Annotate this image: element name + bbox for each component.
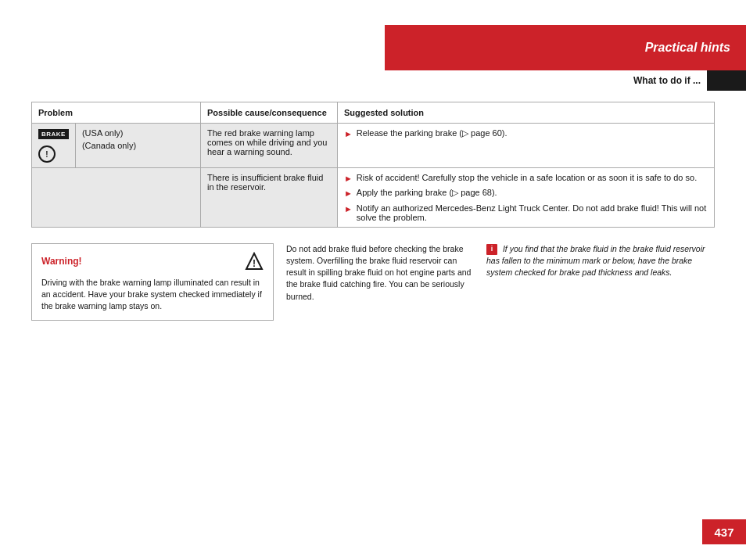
- arrow-icon-2a: ►: [344, 173, 353, 185]
- problem-labels-cell: (USA only) (Canada only): [75, 124, 200, 168]
- cause-cell-2: There is insufficient brake fluid in the…: [200, 168, 337, 228]
- solution-bullet-2c: ► Notify an authorized Mercedes-Benz Lig…: [344, 203, 708, 222]
- warning-text: Driving with the brake warning lamp illu…: [41, 277, 264, 313]
- solution-cell-1: ► Release the parking brake (▷ page 60).: [337, 124, 714, 168]
- col-problem: Problem: [32, 102, 201, 124]
- usa-label: (USA only): [82, 128, 194, 138]
- middle-note: Do not add brake fluid before checking t…: [286, 243, 474, 303]
- canada-label: (Canada only): [82, 141, 194, 150]
- circle-i-icon: !: [38, 145, 56, 163]
- table-row: BRAKE ! (USA only) (Canada only) The red…: [32, 124, 715, 168]
- page-number: 437: [702, 519, 746, 544]
- right-info-box: i If you find that the brake fluid in th…: [486, 243, 715, 279]
- middle-note-text: Do not add brake fluid before checking t…: [286, 243, 474, 303]
- warning-header: Warning! !: [41, 252, 264, 271]
- warning-boxes-container: Warning! ! Driving with the brake warnin…: [31, 243, 715, 321]
- warning-box: Warning! ! Driving with the brake warnin…: [31, 243, 274, 321]
- brake-icon: BRAKE: [38, 129, 69, 139]
- description-cell: The red brake warning lamp comes on whil…: [200, 124, 337, 168]
- table-row-2: There is insufficient brake fluid in the…: [32, 168, 715, 228]
- arrow-icon-2b: ►: [344, 188, 353, 199]
- right-note-text: If you find that the brake fluid in the …: [486, 244, 705, 277]
- what-to-do-bar: What to do if ...: [504, 70, 746, 91]
- header-title: Practical hints: [645, 41, 730, 55]
- main-content: Problem Possible cause/consequence Sugge…: [31, 102, 715, 321]
- solution-cell-2: ► Risk of accident! Carefully stop the v…: [337, 168, 714, 228]
- solution-bullet-2a: ► Risk of accident! Carefully stop the v…: [344, 173, 708, 185]
- arrow-icon-2c: ►: [344, 203, 353, 215]
- black-accent-block: [707, 70, 746, 91]
- empty-problem-cell: [32, 168, 201, 228]
- solution-bullet-1: ► Release the parking brake (▷ page 60).: [344, 128, 708, 140]
- svg-text:!: !: [253, 258, 256, 269]
- header-red-bar: Practical hints: [385, 25, 746, 70]
- info-icon: i: [486, 244, 497, 255]
- info-table: Problem Possible cause/consequence Sugge…: [31, 102, 715, 228]
- subtitle: What to do if ...: [633, 75, 701, 86]
- arrow-icon-1: ►: [344, 128, 353, 140]
- col-solution: Suggested solution: [337, 102, 714, 124]
- warning-title: Warning!: [41, 256, 82, 267]
- solution-bullet-2b: ► Apply the parking brake (▷ page 68).: [344, 188, 708, 199]
- icons-cell: BRAKE !: [32, 124, 76, 168]
- col-cause: Possible cause/consequence: [200, 102, 337, 124]
- warning-triangle-icon: !: [245, 252, 264, 271]
